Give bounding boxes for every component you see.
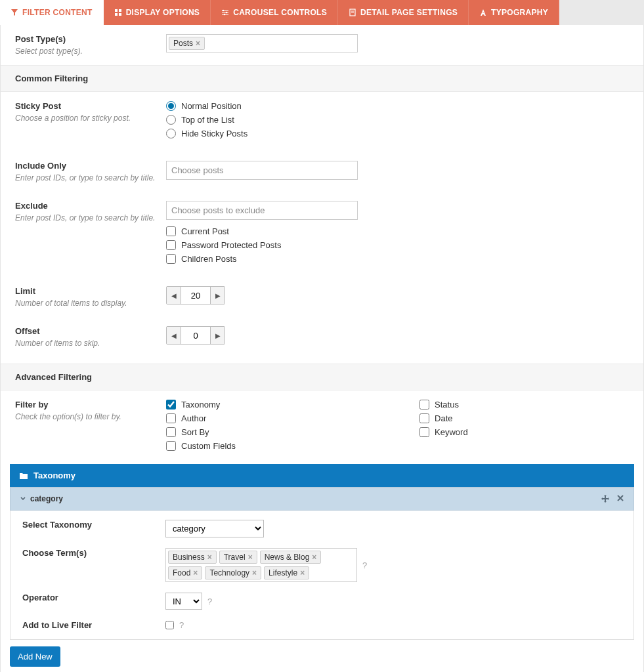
sticky-post-row: Sticky Post Choose a position for sticky… (1, 92, 643, 152)
move-icon[interactable] (601, 494, 610, 503)
limit-decrement[interactable]: ◀ (167, 287, 181, 304)
term-travel[interactable]: Travel× (219, 551, 257, 564)
select-taxonomy-dropdown[interactable]: category (165, 520, 264, 537)
limit-spinner: ◀ ▶ (166, 286, 225, 304)
term-business[interactable]: Business× (168, 551, 217, 564)
post-type-row: Post Type(s) Select post type(s). Posts× (1, 25, 643, 65)
limit-increment[interactable]: ▶ (210, 287, 225, 304)
svg-rect-1 (119, 9, 121, 12)
live-filter-label: Add to Live Filter (22, 620, 165, 630)
offset-input[interactable] (181, 327, 210, 344)
filterby-date[interactable]: Date (419, 413, 468, 423)
exclude-row: Exclude Enter post IDs, or type to searc… (1, 192, 643, 277)
remove-tag-icon[interactable]: × (196, 39, 200, 48)
offset-row: Offset Number of items to skip. ◀ ▶ (1, 317, 643, 364)
svg-point-6 (224, 14, 226, 16)
limit-label: Limit (15, 286, 166, 296)
sticky-option-top[interactable]: Top of the List (166, 115, 629, 125)
post-type-input[interactable]: Posts× (166, 34, 358, 52)
sticky-option-normal[interactable]: Normal Position (166, 101, 629, 111)
section-common-filtering: Common Filtering (1, 65, 643, 92)
grid-icon (114, 9, 122, 16)
remove-tag-icon[interactable]: × (248, 553, 253, 562)
remove-tag-icon[interactable]: × (252, 568, 257, 578)
add-new-button[interactable]: Add New (10, 646, 60, 667)
tab-label: FILTER CONTENT (22, 8, 93, 17)
filterby-keyword[interactable]: Keyword (419, 427, 468, 437)
filterby-author[interactable]: Author (166, 413, 236, 423)
tab-label: CAROUSEL CONTROLS (233, 8, 327, 17)
exclude-children-posts[interactable]: Children Posts (166, 254, 629, 264)
sticky-label: Sticky Post (15, 101, 166, 111)
include-only-row: Include Only Enter post IDs, or type to … (1, 152, 643, 192)
taxonomy-panel-head: Taxonomy (10, 464, 634, 487)
exclude-input[interactable]: Choose posts to exclude (166, 201, 358, 220)
exclude-label: Exclude (15, 201, 166, 211)
sticky-desc: Choose a position for sticky post. (15, 114, 131, 123)
post-type-label: Post Type(s) (15, 34, 166, 44)
include-input[interactable]: Choose posts (166, 161, 358, 180)
select-taxonomy-label: Select Taxonomy (22, 520, 165, 530)
tab-display-options[interactable]: DISPLAY OPTIONS (104, 0, 211, 25)
live-filter-checkbox[interactable] (165, 621, 174, 629)
tab-label: DETAIL PAGE SETTINGS (360, 8, 458, 17)
tab-label: TYPOGRAPHY (491, 8, 548, 17)
filterby-status[interactable]: Status (419, 400, 468, 410)
folder-icon (19, 472, 28, 480)
close-icon[interactable] (616, 494, 624, 503)
limit-input[interactable] (181, 287, 210, 304)
term-lifestyle[interactable]: Lifestyle× (264, 566, 309, 579)
choose-terms-label: Choose Term(s) (22, 548, 165, 558)
offset-label: Offset (15, 326, 166, 336)
filterby-taxonomy[interactable]: Taxonomy (166, 400, 236, 410)
operator-label: Operator (22, 593, 165, 602)
page-icon (349, 9, 356, 16)
remove-tag-icon[interactable]: × (300, 568, 305, 578)
offset-increment[interactable]: ▶ (210, 327, 225, 344)
post-type-desc: Select post type(s). (15, 47, 83, 56)
tab-carousel-controls[interactable]: CAROUSEL CONTROLS (211, 0, 338, 25)
filter-icon (11, 9, 18, 16)
tab-typography[interactable]: TYPOGRAPHY (469, 0, 559, 25)
remove-tag-icon[interactable]: × (193, 568, 198, 578)
tab-label: DISPLAY OPTIONS (126, 8, 200, 17)
term-food[interactable]: Food× (168, 566, 202, 579)
remove-tag-icon[interactable]: × (207, 553, 212, 562)
sticky-option-hide[interactable]: Hide Sticky Posts (166, 129, 629, 138)
category-title: category (30, 494, 63, 503)
settings-tabs: FILTER CONTENT DISPLAY OPTIONS CAROUSEL … (0, 0, 644, 25)
include-desc: Enter post IDs, or type to search by tit… (15, 173, 155, 182)
include-label: Include Only (15, 161, 166, 171)
svg-rect-3 (119, 13, 121, 16)
operator-dropdown[interactable]: IN (165, 593, 202, 610)
svg-rect-0 (115, 9, 118, 12)
exclude-password-protected[interactable]: Password Protected Posts (166, 240, 629, 250)
term-technology[interactable]: Technology× (205, 566, 261, 579)
exclude-current-post[interactable]: Current Post (166, 226, 629, 236)
exclude-desc: Enter post IDs, or type to search by tit… (15, 213, 155, 222)
offset-decrement[interactable]: ◀ (167, 327, 181, 344)
remove-tag-icon[interactable]: × (312, 553, 316, 562)
help-icon[interactable]: ? (362, 560, 367, 570)
limit-row: Limit Number of total items to display. … (1, 277, 643, 317)
tab-detail-page-settings[interactable]: DETAIL PAGE SETTINGS (338, 0, 469, 25)
svg-point-4 (223, 10, 225, 12)
tag-posts[interactable]: Posts× (169, 37, 205, 50)
choose-terms-input[interactable]: Business× Travel× News & Blog× Food× Tec… (165, 548, 357, 582)
term-news-blog[interactable]: News & Blog× (260, 551, 322, 564)
help-icon[interactable]: ? (207, 597, 212, 606)
category-group-head[interactable]: category (10, 487, 634, 511)
filterby-desc: Check the option(s) to filter by. (15, 412, 121, 421)
offset-desc: Number of items to skip. (15, 339, 100, 348)
sliders-icon (221, 9, 229, 16)
filterby-sortby[interactable]: Sort By (166, 427, 236, 437)
filter-by-row: Filter by Check the option(s) to filter … (1, 390, 643, 464)
help-icon[interactable]: ? (179, 620, 184, 630)
offset-spinner: ◀ ▶ (166, 326, 225, 345)
filterby-label: Filter by (15, 400, 166, 410)
filterby-customfields[interactable]: Custom Fields (166, 441, 236, 451)
font-icon (479, 9, 487, 16)
svg-point-5 (226, 12, 228, 14)
svg-rect-2 (115, 13, 118, 16)
tab-filter-content[interactable]: FILTER CONTENT (0, 0, 104, 25)
